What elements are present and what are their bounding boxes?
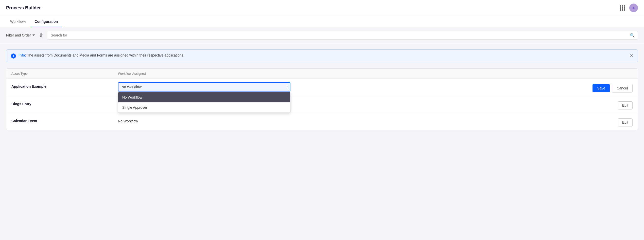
edit-button[interactable]: Edit bbox=[618, 101, 633, 109]
search-input[interactable] bbox=[47, 31, 638, 40]
workflow-select-wrapper: No Workflow Single Approver ↕ No Workflo… bbox=[118, 82, 290, 91]
column-asset-type: Asset Type bbox=[11, 72, 118, 76]
search-container: 🔍 bbox=[47, 31, 638, 40]
row-actions: Save Cancel bbox=[587, 82, 633, 93]
table-row: Calendar Event No Workflow Edit bbox=[6, 113, 638, 130]
info-icon: i bbox=[11, 53, 16, 59]
main-content: i Info: The assets from Documents and Me… bbox=[0, 43, 644, 136]
asset-name: Application Example bbox=[11, 82, 118, 88]
workflow-select[interactable]: No Workflow Single Approver bbox=[118, 82, 290, 91]
info-banner: i Info: The assets from Documents and Me… bbox=[6, 49, 638, 62]
table-header: Asset Type Workflow Assigned bbox=[6, 69, 638, 79]
app-header: Process Builder ● bbox=[0, 0, 644, 16]
asset-name: Calendar Event bbox=[11, 117, 118, 123]
sort-icon[interactable]: ⇵ bbox=[39, 32, 43, 38]
filter-order-button[interactable]: Filter and Order bbox=[6, 33, 35, 37]
workflow-value: No Workflow bbox=[118, 117, 613, 123]
asset-workflow-table: Asset Type Workflow Assigned Application… bbox=[6, 68, 638, 130]
workflow-dropdown: No Workflow Single Approver bbox=[118, 92, 290, 113]
asset-name: Blogs Entry bbox=[11, 100, 118, 106]
tabs-bar: Workflows Configuration bbox=[0, 16, 644, 27]
dropdown-item-no-workflow[interactable]: No Workflow bbox=[118, 92, 290, 102]
column-workflow-assigned: Workflow Assigned bbox=[118, 72, 633, 76]
grid-menu-icon[interactable] bbox=[620, 5, 625, 11]
info-banner-text: Info: The assets from Documents and Medi… bbox=[19, 53, 184, 57]
row-actions: Edit bbox=[613, 100, 633, 109]
cancel-button[interactable]: Cancel bbox=[612, 84, 633, 93]
search-button[interactable]: 🔍 bbox=[630, 33, 635, 38]
avatar-icon: ● bbox=[632, 5, 635, 11]
chevron-down-icon bbox=[32, 34, 35, 36]
tab-configuration[interactable]: Configuration bbox=[30, 16, 62, 27]
user-avatar[interactable]: ● bbox=[629, 4, 638, 12]
edit-button[interactable]: Edit bbox=[618, 118, 633, 126]
info-banner-content: i Info: The assets from Documents and Me… bbox=[11, 53, 184, 59]
app-title: Process Builder bbox=[6, 5, 41, 11]
toolbar: Filter and Order ⇵ 🔍 bbox=[0, 27, 644, 43]
workflow-cell: No Workflow Single Approver ↕ No Workflo… bbox=[118, 82, 587, 91]
table-row: Application Example No Workflow Single A… bbox=[6, 79, 638, 96]
save-button[interactable]: Save bbox=[593, 84, 610, 92]
tab-workflows[interactable]: Workflows bbox=[6, 16, 30, 27]
info-close-button[interactable]: ✕ bbox=[630, 53, 633, 58]
dropdown-item-single-approver[interactable]: Single Approver bbox=[118, 102, 290, 113]
table-row: Blogs Entry No Workflow Edit bbox=[6, 96, 638, 113]
row-actions: Edit bbox=[613, 117, 633, 126]
header-actions: ● bbox=[620, 4, 638, 12]
